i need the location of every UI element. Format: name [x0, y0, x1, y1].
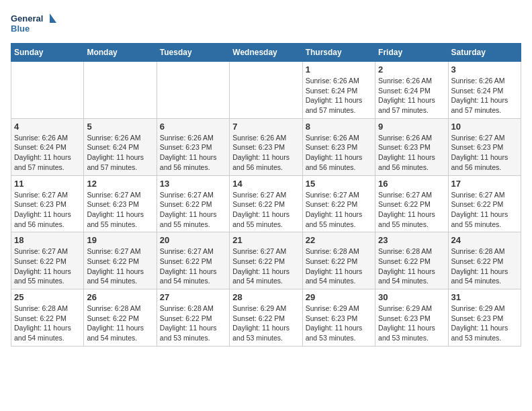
day-info: Sunrise: 6:27 AM Sunset: 6:22 PM Dayligh… [14, 246, 81, 286]
svg-text:Blue: Blue [11, 24, 30, 34]
day-info: Sunrise: 6:29 AM Sunset: 6:23 PM Dayligh… [306, 304, 372, 343]
day-info: Sunrise: 6:26 AM Sunset: 6:23 PM Dayligh… [306, 133, 372, 173]
calendar-cell [230, 62, 302, 119]
day-info: Sunrise: 6:26 AM Sunset: 6:23 PM Dayligh… [160, 133, 226, 173]
calendar-cell: 17Sunrise: 6:27 AM Sunset: 6:22 PM Dayli… [448, 175, 521, 232]
day-number: 5 [87, 122, 153, 132]
calendar-week-row: 11Sunrise: 6:27 AM Sunset: 6:23 PM Dayli… [11, 175, 521, 232]
day-info: Sunrise: 6:28 AM Sunset: 6:22 PM Dayligh… [87, 304, 153, 343]
day-number: 6 [160, 122, 226, 132]
day-number: 20 [160, 235, 226, 245]
calendar-cell: 12Sunrise: 6:27 AM Sunset: 6:23 PM Dayli… [84, 175, 157, 232]
day-info: Sunrise: 6:27 AM Sunset: 6:22 PM Dayligh… [378, 190, 445, 230]
day-info: Sunrise: 6:27 AM Sunset: 6:23 PM Dayligh… [451, 133, 518, 173]
day-number: 1 [306, 64, 372, 75]
day-number: 27 [160, 292, 226, 302]
day-info: Sunrise: 6:29 AM Sunset: 6:23 PM Dayligh… [451, 304, 518, 343]
day-info: Sunrise: 6:26 AM Sunset: 6:24 PM Dayligh… [451, 76, 518, 116]
calendar-week-row: 1Sunrise: 6:26 AM Sunset: 6:24 PM Daylig… [11, 62, 521, 119]
day-info: Sunrise: 6:26 AM Sunset: 6:24 PM Dayligh… [306, 76, 372, 116]
calendar-cell: 16Sunrise: 6:27 AM Sunset: 6:22 PM Dayli… [375, 175, 448, 232]
calendar-cell: 29Sunrise: 6:29 AM Sunset: 6:23 PM Dayli… [302, 289, 375, 347]
col-header-sunday: Sunday [11, 44, 84, 62]
day-info: Sunrise: 6:28 AM Sunset: 6:22 PM Dayligh… [451, 246, 518, 286]
day-number: 8 [306, 122, 372, 132]
day-number: 9 [378, 122, 445, 132]
day-info: Sunrise: 6:26 AM Sunset: 6:23 PM Dayligh… [378, 133, 445, 173]
day-info: Sunrise: 6:28 AM Sunset: 6:22 PM Dayligh… [160, 304, 226, 343]
calendar-cell: 21Sunrise: 6:27 AM Sunset: 6:22 PM Dayli… [230, 232, 302, 289]
calendar-cell: 13Sunrise: 6:27 AM Sunset: 6:22 PM Dayli… [157, 175, 229, 232]
day-info: Sunrise: 6:28 AM Sunset: 6:22 PM Dayligh… [306, 246, 372, 286]
day-number: 23 [378, 235, 445, 245]
day-number: 15 [306, 179, 372, 189]
day-info: Sunrise: 6:27 AM Sunset: 6:22 PM Dayligh… [306, 190, 372, 230]
calendar-cell: 9Sunrise: 6:26 AM Sunset: 6:23 PM Daylig… [375, 118, 448, 175]
calendar-cell: 24Sunrise: 6:28 AM Sunset: 6:22 PM Dayli… [448, 232, 521, 289]
calendar-cell: 31Sunrise: 6:29 AM Sunset: 6:23 PM Dayli… [448, 289, 521, 347]
calendar-cell [84, 62, 157, 119]
day-info: Sunrise: 6:27 AM Sunset: 6:22 PM Dayligh… [451, 190, 518, 230]
calendar-cell: 4Sunrise: 6:26 AM Sunset: 6:24 PM Daylig… [11, 118, 84, 175]
day-info: Sunrise: 6:27 AM Sunset: 6:22 PM Dayligh… [232, 190, 299, 230]
calendar-cell: 8Sunrise: 6:26 AM Sunset: 6:23 PM Daylig… [302, 118, 375, 175]
day-number: 24 [451, 235, 518, 245]
calendar-cell: 15Sunrise: 6:27 AM Sunset: 6:22 PM Dayli… [302, 175, 375, 232]
calendar-cell: 18Sunrise: 6:27 AM Sunset: 6:22 PM Dayli… [11, 232, 84, 289]
calendar-cell [11, 62, 84, 119]
day-info: Sunrise: 6:28 AM Sunset: 6:22 PM Dayligh… [378, 246, 445, 286]
calendar-week-row: 18Sunrise: 6:27 AM Sunset: 6:22 PM Dayli… [11, 232, 521, 289]
day-number: 22 [306, 235, 372, 245]
calendar-cell: 11Sunrise: 6:27 AM Sunset: 6:23 PM Dayli… [11, 175, 84, 232]
day-info: Sunrise: 6:27 AM Sunset: 6:22 PM Dayligh… [232, 246, 299, 286]
day-number: 10 [451, 122, 518, 132]
day-number: 16 [378, 179, 445, 189]
calendar-week-row: 4Sunrise: 6:26 AM Sunset: 6:24 PM Daylig… [11, 118, 521, 175]
col-header-thursday: Thursday [302, 44, 375, 62]
calendar-week-row: 25Sunrise: 6:28 AM Sunset: 6:22 PM Dayli… [11, 289, 521, 347]
calendar-cell: 30Sunrise: 6:29 AM Sunset: 6:23 PM Dayli… [375, 289, 448, 347]
day-info: Sunrise: 6:27 AM Sunset: 6:22 PM Dayligh… [160, 246, 226, 286]
calendar-cell [157, 62, 229, 119]
day-info: Sunrise: 6:26 AM Sunset: 6:24 PM Dayligh… [87, 133, 153, 173]
day-info: Sunrise: 6:27 AM Sunset: 6:23 PM Dayligh… [14, 190, 81, 230]
day-number: 21 [232, 235, 299, 245]
day-number: 11 [14, 179, 81, 189]
col-header-wednesday: Wednesday [230, 44, 302, 62]
calendar-cell: 14Sunrise: 6:27 AM Sunset: 6:22 PM Dayli… [230, 175, 302, 232]
calendar-cell: 27Sunrise: 6:28 AM Sunset: 6:22 PM Dayli… [157, 289, 229, 347]
day-number: 12 [87, 179, 153, 189]
day-number: 3 [451, 64, 518, 75]
day-info: Sunrise: 6:29 AM Sunset: 6:22 PM Dayligh… [232, 304, 299, 343]
day-number: 13 [160, 179, 226, 189]
day-number: 2 [378, 64, 445, 75]
calendar-cell: 19Sunrise: 6:27 AM Sunset: 6:22 PM Dayli… [84, 232, 157, 289]
day-number: 26 [87, 292, 153, 302]
day-number: 25 [14, 292, 81, 302]
calendar-cell: 6Sunrise: 6:26 AM Sunset: 6:23 PM Daylig… [157, 118, 229, 175]
day-number: 29 [306, 292, 372, 302]
calendar-cell: 25Sunrise: 6:28 AM Sunset: 6:22 PM Dayli… [11, 289, 84, 347]
day-number: 14 [232, 179, 299, 189]
day-info: Sunrise: 6:27 AM Sunset: 6:22 PM Dayligh… [87, 246, 153, 286]
calendar-cell: 7Sunrise: 6:26 AM Sunset: 6:23 PM Daylig… [230, 118, 302, 175]
calendar-cell: 10Sunrise: 6:27 AM Sunset: 6:23 PM Dayli… [448, 118, 521, 175]
logo-svg: General Blue [11, 11, 58, 38]
day-number: 31 [451, 292, 518, 302]
day-info: Sunrise: 6:27 AM Sunset: 6:22 PM Dayligh… [160, 190, 226, 230]
day-number: 19 [87, 235, 153, 245]
day-info: Sunrise: 6:27 AM Sunset: 6:23 PM Dayligh… [87, 190, 153, 230]
svg-marker-2 [50, 13, 56, 23]
day-number: 4 [14, 122, 81, 132]
calendar-cell: 1Sunrise: 6:26 AM Sunset: 6:24 PM Daylig… [302, 62, 375, 119]
col-header-tuesday: Tuesday [157, 44, 229, 62]
calendar-cell: 26Sunrise: 6:28 AM Sunset: 6:22 PM Dayli… [84, 289, 157, 347]
calendar-cell: 20Sunrise: 6:27 AM Sunset: 6:22 PM Dayli… [157, 232, 229, 289]
day-number: 28 [232, 292, 299, 302]
calendar-cell: 3Sunrise: 6:26 AM Sunset: 6:24 PM Daylig… [448, 62, 521, 119]
day-info: Sunrise: 6:26 AM Sunset: 6:23 PM Dayligh… [232, 133, 299, 173]
day-number: 7 [232, 122, 299, 132]
calendar-cell: 28Sunrise: 6:29 AM Sunset: 6:22 PM Dayli… [230, 289, 302, 347]
svg-text:General: General [11, 13, 43, 24]
day-number: 30 [378, 292, 445, 302]
